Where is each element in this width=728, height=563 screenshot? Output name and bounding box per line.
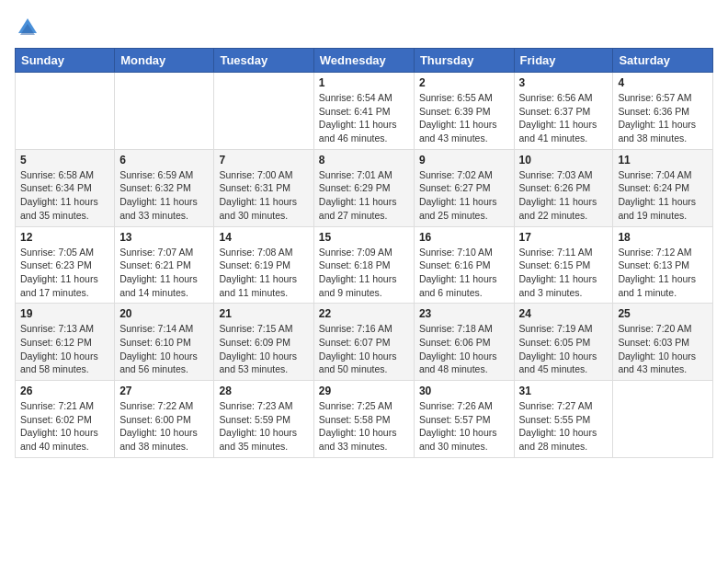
- calendar-cell: 19Sunrise: 7:13 AM Sunset: 6:12 PM Dayli…: [16, 304, 115, 381]
- calendar-cell: 3Sunrise: 6:56 AM Sunset: 6:37 PM Daylig…: [514, 73, 613, 150]
- cell-content: Sunrise: 7:12 AM Sunset: 6:13 PM Dayligh…: [618, 246, 708, 300]
- calendar-cell: 30Sunrise: 7:26 AM Sunset: 5:57 PM Dayli…: [414, 381, 514, 458]
- logo-icon: [15, 15, 40, 40]
- calendar-cell: 16Sunrise: 7:10 AM Sunset: 6:16 PM Dayli…: [414, 226, 514, 304]
- calendar-cell: 11Sunrise: 7:04 AM Sunset: 6:24 PM Dayli…: [613, 149, 713, 226]
- calendar-week-row: 1Sunrise: 6:54 AM Sunset: 6:41 PM Daylig…: [16, 73, 713, 150]
- day-number: 14: [219, 231, 308, 244]
- cell-content: Sunrise: 6:57 AM Sunset: 6:36 PM Dayligh…: [618, 91, 708, 145]
- calendar-cell: 9Sunrise: 7:02 AM Sunset: 6:27 PM Daylig…: [414, 149, 514, 226]
- day-number: 29: [319, 385, 409, 397]
- cell-content: Sunrise: 6:56 AM Sunset: 6:37 PM Dayligh…: [519, 91, 609, 145]
- cell-content: Sunrise: 7:15 AM Sunset: 6:09 PM Dayligh…: [219, 322, 308, 376]
- calendar-cell: 12Sunrise: 7:05 AM Sunset: 6:23 PM Dayli…: [16, 226, 115, 304]
- cell-content: Sunrise: 7:08 AM Sunset: 6:19 PM Dayligh…: [219, 246, 308, 300]
- day-number: 20: [119, 307, 209, 320]
- day-number: 17: [519, 231, 609, 244]
- cell-content: Sunrise: 7:13 AM Sunset: 6:12 PM Dayligh…: [20, 322, 109, 376]
- calendar-cell: 15Sunrise: 7:09 AM Sunset: 6:18 PM Dayli…: [313, 226, 414, 304]
- day-number: 16: [419, 231, 509, 244]
- header-monday: Monday: [115, 49, 214, 73]
- day-number: 2: [419, 76, 509, 89]
- cell-content: Sunrise: 7:20 AM Sunset: 6:03 PM Dayligh…: [618, 322, 708, 376]
- cell-content: Sunrise: 7:00 AM Sunset: 6:31 PM Dayligh…: [219, 168, 308, 223]
- header-wednesday: Wednesday: [313, 49, 414, 73]
- calendar-cell: 8Sunrise: 7:01 AM Sunset: 6:29 PM Daylig…: [313, 149, 414, 226]
- day-number: 4: [618, 76, 708, 89]
- calendar-cell: 24Sunrise: 7:19 AM Sunset: 6:05 PM Dayli…: [514, 304, 613, 381]
- calendar-cell: 18Sunrise: 7:12 AM Sunset: 6:13 PM Dayli…: [613, 226, 713, 304]
- calendar-cell: 14Sunrise: 7:08 AM Sunset: 6:19 PM Dayli…: [214, 226, 313, 304]
- page-header: [15, 15, 713, 40]
- calendar-table: SundayMondayTuesdayWednesdayThursdayFrid…: [15, 48, 713, 458]
- cell-content: Sunrise: 7:26 AM Sunset: 5:57 PM Dayligh…: [419, 399, 509, 454]
- calendar-cell: 29Sunrise: 7:25 AM Sunset: 5:58 PM Dayli…: [313, 381, 414, 458]
- day-number: 11: [618, 154, 708, 167]
- calendar-week-row: 5Sunrise: 6:58 AM Sunset: 6:34 PM Daylig…: [16, 149, 713, 226]
- cell-content: Sunrise: 7:25 AM Sunset: 5:58 PM Dayligh…: [319, 399, 409, 454]
- cell-content: Sunrise: 7:10 AM Sunset: 6:16 PM Dayligh…: [419, 246, 509, 300]
- calendar-cell: 21Sunrise: 7:15 AM Sunset: 6:09 PM Dayli…: [214, 304, 313, 381]
- cell-content: Sunrise: 6:58 AM Sunset: 6:34 PM Dayligh…: [20, 168, 109, 223]
- calendar-cell: 20Sunrise: 7:14 AM Sunset: 6:10 PM Dayli…: [115, 304, 214, 381]
- calendar-week-row: 19Sunrise: 7:13 AM Sunset: 6:12 PM Dayli…: [16, 304, 713, 381]
- header-saturday: Saturday: [613, 49, 713, 73]
- calendar-cell: 27Sunrise: 7:22 AM Sunset: 6:00 PM Dayli…: [115, 381, 214, 458]
- cell-content: Sunrise: 7:03 AM Sunset: 6:26 PM Dayligh…: [519, 168, 609, 223]
- cell-content: Sunrise: 6:59 AM Sunset: 6:32 PM Dayligh…: [119, 168, 209, 223]
- calendar-cell: 26Sunrise: 7:21 AM Sunset: 6:02 PM Dayli…: [16, 381, 115, 458]
- day-number: 25: [618, 307, 708, 320]
- cell-content: Sunrise: 7:02 AM Sunset: 6:27 PM Dayligh…: [419, 168, 509, 223]
- day-number: 19: [20, 307, 109, 320]
- day-number: 10: [519, 154, 609, 167]
- calendar-week-row: 12Sunrise: 7:05 AM Sunset: 6:23 PM Dayli…: [16, 226, 713, 304]
- calendar-cell: 25Sunrise: 7:20 AM Sunset: 6:03 PM Dayli…: [613, 304, 713, 381]
- cell-content: Sunrise: 7:14 AM Sunset: 6:10 PM Dayligh…: [119, 322, 209, 376]
- day-number: 8: [319, 154, 409, 167]
- calendar-cell: 4Sunrise: 6:57 AM Sunset: 6:36 PM Daylig…: [613, 73, 713, 150]
- day-number: 21: [219, 307, 308, 320]
- cell-content: Sunrise: 7:01 AM Sunset: 6:29 PM Dayligh…: [319, 168, 409, 223]
- day-number: 15: [319, 231, 409, 244]
- cell-content: Sunrise: 7:05 AM Sunset: 6:23 PM Dayligh…: [20, 246, 109, 300]
- cell-content: Sunrise: 7:22 AM Sunset: 6:00 PM Dayligh…: [119, 399, 209, 454]
- calendar-cell: 13Sunrise: 7:07 AM Sunset: 6:21 PM Dayli…: [115, 226, 214, 304]
- calendar-cell: 28Sunrise: 7:23 AM Sunset: 5:59 PM Dayli…: [214, 381, 313, 458]
- calendar-cell: 5Sunrise: 6:58 AM Sunset: 6:34 PM Daylig…: [16, 149, 115, 226]
- day-number: 13: [119, 231, 209, 244]
- day-number: 3: [519, 76, 609, 89]
- cell-content: Sunrise: 7:16 AM Sunset: 6:07 PM Dayligh…: [319, 322, 409, 376]
- calendar-cell: 7Sunrise: 7:00 AM Sunset: 6:31 PM Daylig…: [214, 149, 313, 226]
- calendar-week-row: 26Sunrise: 7:21 AM Sunset: 6:02 PM Dayli…: [16, 381, 713, 458]
- calendar-cell: 23Sunrise: 7:18 AM Sunset: 6:06 PM Dayli…: [414, 304, 514, 381]
- cell-content: Sunrise: 6:54 AM Sunset: 6:41 PM Dayligh…: [319, 91, 409, 145]
- day-number: 26: [20, 385, 109, 397]
- header-thursday: Thursday: [414, 49, 514, 73]
- calendar-cell: 1Sunrise: 6:54 AM Sunset: 6:41 PM Daylig…: [313, 73, 414, 150]
- cell-content: Sunrise: 7:23 AM Sunset: 5:59 PM Dayligh…: [219, 399, 308, 454]
- calendar-cell: [214, 73, 313, 150]
- day-number: 6: [119, 154, 209, 167]
- day-number: 30: [419, 385, 509, 397]
- cell-content: Sunrise: 7:04 AM Sunset: 6:24 PM Dayligh…: [618, 168, 708, 223]
- day-number: 5: [20, 154, 109, 167]
- day-number: 7: [219, 154, 308, 167]
- calendar-cell: 2Sunrise: 6:55 AM Sunset: 6:39 PM Daylig…: [414, 73, 514, 150]
- cell-content: Sunrise: 7:27 AM Sunset: 5:55 PM Dayligh…: [519, 399, 609, 454]
- cell-content: Sunrise: 6:55 AM Sunset: 6:39 PM Dayligh…: [419, 91, 509, 145]
- cell-content: Sunrise: 7:11 AM Sunset: 6:15 PM Dayligh…: [519, 246, 609, 300]
- day-number: 1: [319, 76, 409, 89]
- calendar-cell: 10Sunrise: 7:03 AM Sunset: 6:26 PM Dayli…: [514, 149, 613, 226]
- calendar-cell: [16, 73, 115, 150]
- day-number: 24: [519, 307, 609, 320]
- calendar-cell: [613, 381, 713, 458]
- day-number: 9: [419, 154, 509, 167]
- cell-content: Sunrise: 7:07 AM Sunset: 6:21 PM Dayligh…: [119, 246, 209, 300]
- calendar-cell: 17Sunrise: 7:11 AM Sunset: 6:15 PM Dayli…: [514, 226, 613, 304]
- cell-content: Sunrise: 7:21 AM Sunset: 6:02 PM Dayligh…: [20, 399, 109, 454]
- header-sunday: Sunday: [16, 49, 115, 73]
- calendar-cell: 6Sunrise: 6:59 AM Sunset: 6:32 PM Daylig…: [115, 149, 214, 226]
- cell-content: Sunrise: 7:18 AM Sunset: 6:06 PM Dayligh…: [419, 322, 509, 376]
- calendar-cell: 22Sunrise: 7:16 AM Sunset: 6:07 PM Dayli…: [313, 304, 414, 381]
- cell-content: Sunrise: 7:09 AM Sunset: 6:18 PM Dayligh…: [319, 246, 409, 300]
